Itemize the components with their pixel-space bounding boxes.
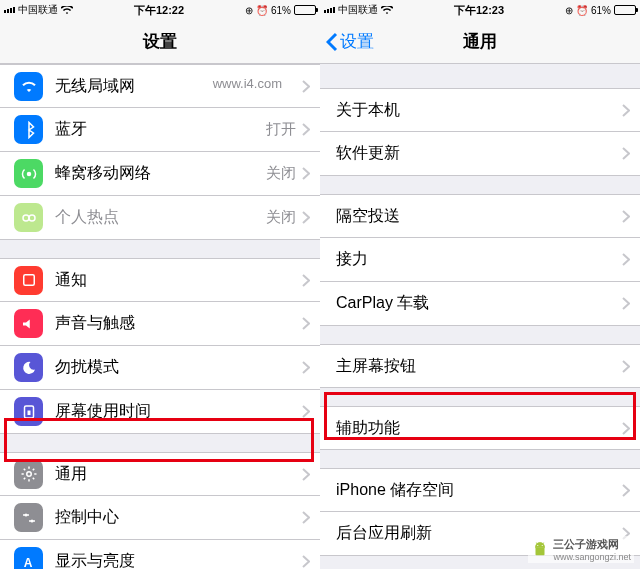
alarm-icon: ⏰ (576, 5, 588, 16)
chevron-right-icon (302, 80, 310, 93)
page-title: 设置 (143, 30, 177, 53)
cellular-icon (14, 159, 43, 188)
row-label: 软件更新 (336, 143, 622, 164)
row-about[interactable]: 关于本机 (320, 88, 640, 132)
wm-url: www.sangongzi.net (553, 552, 631, 562)
clock-label: 下午12:23 (454, 3, 504, 18)
battery-pct-label: 61% (271, 5, 291, 16)
chevron-right-icon (302, 361, 310, 374)
chevron-right-icon (622, 104, 630, 117)
general-screen: 中国联通 下午12:23 ⊕ ⏰ 61% 设置 通用 关于本机 软件更新 隔空投… (320, 0, 640, 569)
status-bar: 中国联通 下午12:23 ⊕ ⏰ 61% (320, 0, 640, 20)
svg-point-13 (542, 544, 543, 545)
hotspot-icon (14, 203, 43, 232)
row-bluetooth[interactable]: 蓝牙 打开 (0, 108, 320, 152)
row-label: 声音与触感 (55, 313, 302, 334)
group-airdrop: 隔空投送 接力 CarPlay 车载 (320, 194, 640, 326)
carrier-label: 中国联通 (338, 3, 378, 17)
row-notifications[interactable]: 通知 (0, 258, 320, 302)
group-about: 关于本机 软件更新 (320, 88, 640, 176)
chevron-right-icon (622, 422, 630, 435)
group-accessibility: 辅助功能 (320, 406, 640, 450)
nav-bar: 设置 (0, 20, 320, 64)
chevron-right-icon (302, 211, 310, 224)
row-sounds[interactable]: 声音与触感 (0, 302, 320, 346)
svg-point-12 (538, 544, 539, 545)
row-hotspot[interactable]: 个人热点 关闭 (0, 196, 320, 240)
chevron-right-icon (622, 484, 630, 497)
back-label: 设置 (340, 30, 374, 53)
source-watermark: 三公子游戏网 www.sangongzi.net (528, 536, 634, 563)
chevron-left-icon (326, 32, 338, 52)
row-value: 打开 (266, 120, 296, 139)
chevron-right-icon (302, 468, 310, 481)
nav-bar: 设置 通用 (320, 20, 640, 64)
row-airdrop[interactable]: 隔空投送 (320, 194, 640, 238)
row-label: 通用 (55, 464, 302, 485)
svg-point-5 (26, 472, 31, 477)
row-label: 隔空投送 (336, 206, 622, 227)
row-label: iPhone 储存空间 (336, 480, 622, 501)
gear-icon (14, 460, 43, 489)
chevron-right-icon (302, 274, 310, 287)
watermark-text: www.i4.com (213, 76, 282, 91)
chevron-right-icon (302, 167, 310, 180)
row-software-update[interactable]: 软件更新 (320, 132, 640, 176)
alarm-icon: ⏰ (256, 5, 268, 16)
row-value: 关闭 (266, 208, 296, 227)
row-dnd[interactable]: 勿扰模式 (0, 346, 320, 390)
group-homebutton: 主屏幕按钮 (320, 344, 640, 388)
row-label: 关于本机 (336, 100, 622, 121)
row-label: 主屏幕按钮 (336, 356, 622, 377)
svg-point-1 (23, 215, 29, 221)
settings-screen: 中国联通 下午12:22 ⊕ ⏰ 61% 设置 www.i4.com 无线局域网… (0, 0, 320, 569)
row-label: 个人热点 (55, 207, 266, 228)
row-control-center[interactable]: 控制中心 (0, 496, 320, 540)
row-label: 通知 (55, 270, 302, 291)
svg-rect-11 (536, 547, 545, 555)
screentime-icon (14, 397, 43, 426)
row-handoff[interactable]: 接力 (320, 238, 640, 282)
group-general: 通用 控制中心 A 显示与亮度 墙纸 (0, 452, 320, 569)
row-label: 蜂窝移动网络 (55, 163, 266, 184)
orientation-lock-icon: ⊕ (565, 5, 573, 16)
row-accessibility[interactable]: 辅助功能 (320, 406, 640, 450)
battery-icon (614, 5, 636, 15)
svg-point-2 (29, 215, 35, 221)
row-screentime[interactable]: 屏幕使用时间 (0, 390, 320, 434)
wm-title: 三公子游戏网 (553, 537, 631, 552)
clock-label: 下午12:22 (134, 3, 184, 18)
svg-point-0 (26, 171, 31, 176)
battery-pct-label: 61% (591, 5, 611, 16)
chevron-right-icon (622, 360, 630, 373)
row-carplay[interactable]: CarPlay 车载 (320, 282, 640, 326)
row-cellular[interactable]: 蜂窝移动网络 关闭 (0, 152, 320, 196)
row-label: 控制中心 (55, 507, 302, 528)
row-display[interactable]: A 显示与亮度 (0, 540, 320, 569)
chevron-right-icon (622, 253, 630, 266)
control-center-icon (14, 503, 43, 532)
back-button[interactable]: 设置 (326, 30, 374, 53)
chevron-right-icon (622, 297, 630, 310)
android-icon (531, 541, 549, 559)
row-label: 蓝牙 (55, 119, 266, 140)
row-label: 接力 (336, 249, 622, 270)
dnd-icon (14, 353, 43, 382)
row-storage[interactable]: iPhone 储存空间 (320, 468, 640, 512)
chevron-right-icon (302, 317, 310, 330)
svg-rect-3 (23, 275, 34, 286)
display-icon: A (14, 547, 43, 569)
row-label: 勿扰模式 (55, 357, 302, 378)
sounds-icon (14, 309, 43, 338)
signal-icon (4, 7, 15, 13)
row-general[interactable]: 通用 (0, 452, 320, 496)
signal-icon (324, 7, 335, 13)
orientation-lock-icon: ⊕ (245, 5, 253, 16)
wifi-icon (14, 72, 43, 101)
battery-icon (294, 5, 316, 15)
row-label: 显示与亮度 (55, 551, 302, 569)
bluetooth-icon (14, 115, 43, 144)
page-title: 通用 (463, 30, 497, 53)
row-home-button[interactable]: 主屏幕按钮 (320, 344, 640, 388)
row-label: CarPlay 车载 (336, 293, 622, 314)
